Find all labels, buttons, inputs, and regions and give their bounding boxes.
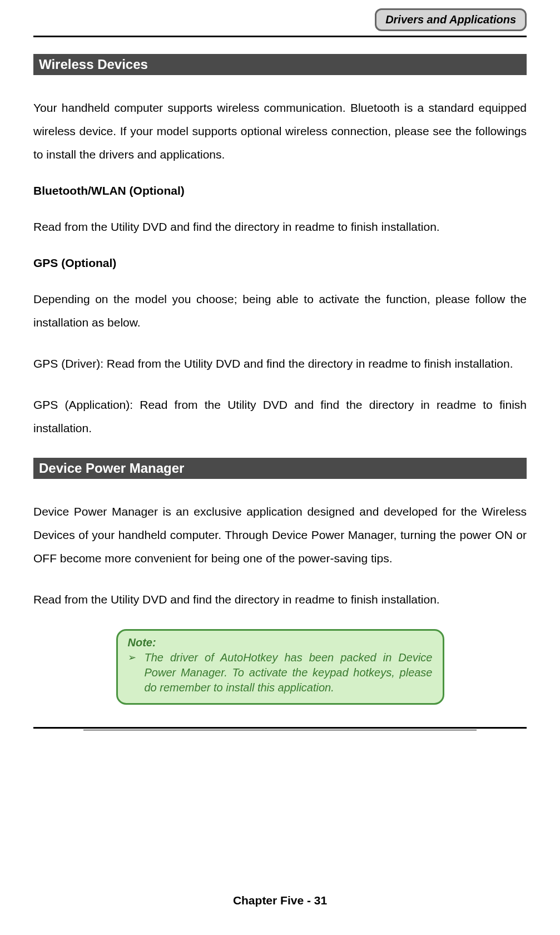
note-list: ➢ The driver of AutoHotkey has been pack… — [128, 650, 433, 695]
dpm-body-1: Device Power Manager is an exclusive app… — [33, 500, 527, 570]
chevron-right-icon: ➢ — [128, 650, 145, 664]
section-wireless-devices: Wireless Devices — [33, 54, 527, 75]
note-box: Note: ➢ The driver of AutoHotkey has bee… — [116, 629, 444, 705]
gps-body-1: Depending on the model you choose; being… — [33, 288, 527, 334]
header-badge: Drivers and Applications — [375, 8, 527, 31]
page-footer: Chapter Five - 31 — [0, 894, 560, 907]
note-text: The driver of AutoHotkey has been packed… — [145, 650, 433, 695]
note-item: ➢ The driver of AutoHotkey has been pack… — [128, 650, 433, 695]
bluetooth-body: Read from the Utility DVD and find the d… — [33, 215, 527, 239]
gps-body-3: GPS (Application): Read from the Utility… — [33, 393, 527, 440]
bottom-divider-inner — [83, 730, 477, 730]
subheading-gps: GPS (Optional) — [33, 256, 527, 270]
note-title: Note: — [128, 636, 433, 649]
gps-body-2: GPS (Driver): Read from the Utility DVD … — [33, 352, 527, 375]
page-container: Drivers and Applications Wireless Device… — [0, 0, 560, 935]
dpm-body-2: Read from the Utility DVD and find the d… — [33, 588, 527, 611]
bottom-divider-outer — [33, 727, 527, 729]
content-area: Wireless Devices Your handheld computer … — [33, 54, 527, 935]
intro-paragraph: Your handheld computer supports wireless… — [33, 96, 527, 166]
top-divider — [33, 36, 527, 37]
section-device-power-manager: Device Power Manager — [33, 458, 527, 479]
subheading-bluetooth-wlan: Bluetooth/WLAN (Optional) — [33, 184, 527, 197]
